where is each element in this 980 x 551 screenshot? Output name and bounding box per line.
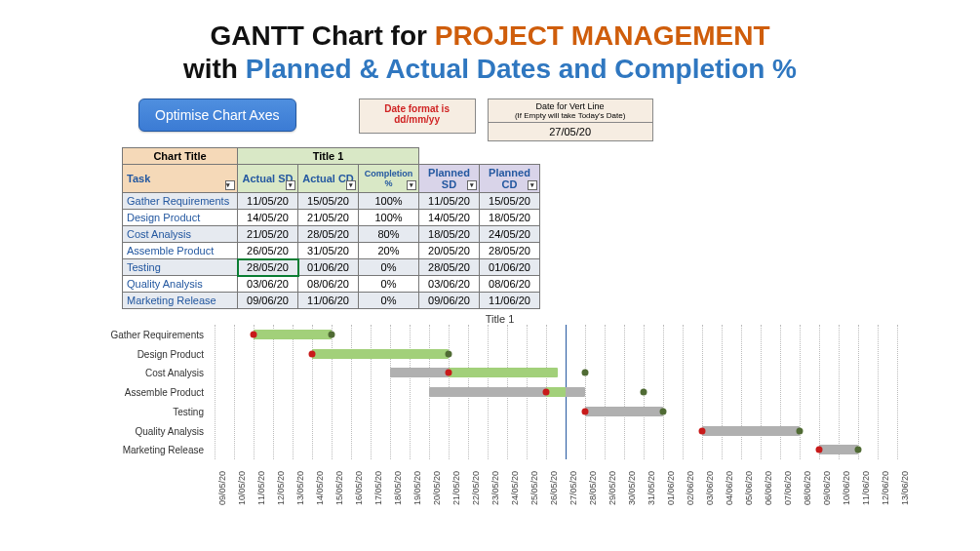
cell-acd[interactable]: 08/06/20 <box>298 276 359 293</box>
table-row[interactable]: Marketing Release09/06/2011/06/200%09/06… <box>123 293 540 309</box>
cell-asd[interactable]: 26/05/20 <box>238 243 298 259</box>
cell-psd[interactable]: 14/05/20 <box>419 210 480 226</box>
cell-asd[interactable]: 21/05/20 <box>238 226 298 243</box>
cell-pct[interactable]: 0% <box>359 293 419 309</box>
x-tick-label: 06/06/20 <box>764 471 773 505</box>
x-tick-label: 12/06/20 <box>881 471 890 505</box>
cell-asd[interactable]: 28/05/20 <box>238 259 298 276</box>
start-dot-icon <box>309 350 316 357</box>
col-planned-sd[interactable]: Planned SD▾ <box>419 165 480 193</box>
col-completion-[interactable]: Completion %▾ <box>359 165 419 193</box>
cell-task[interactable]: Gather Requirements <box>123 193 238 210</box>
chart-title: Title 1 <box>98 313 902 325</box>
x-tick-label: 13/05/20 <box>295 471 305 505</box>
col-planned-cd[interactable]: Planned CD▾ <box>480 165 540 193</box>
start-dot-icon <box>251 332 257 338</box>
gridline <box>371 325 372 459</box>
cell-pcd[interactable]: 28/05/20 <box>480 243 540 259</box>
cell-psd[interactable]: 03/06/20 <box>419 276 480 293</box>
cell-psd[interactable]: 20/05/20 <box>419 243 480 259</box>
cell-acd[interactable]: 15/05/20 <box>298 193 359 210</box>
task-label: Assemble Product <box>98 383 210 402</box>
vert-line-sub: (If Empty will take Today's Date) <box>492 111 648 120</box>
optimise-axes-button[interactable]: Optimise Chart Axes <box>138 98 296 132</box>
x-tick-label: 10/05/20 <box>237 471 247 505</box>
x-tick-label: 13/06/20 <box>900 471 910 505</box>
vert-line-value[interactable]: 27/05/20 <box>489 123 652 140</box>
cell-pct[interactable]: 100% <box>359 193 419 210</box>
x-tick-label: 30/05/20 <box>627 471 637 505</box>
filter-dropdown-icon[interactable]: ▾ <box>286 180 295 190</box>
planned-bar <box>585 407 663 416</box>
cell-pct[interactable]: 0% <box>359 259 419 276</box>
table-row[interactable]: Design Product14/05/2021/05/20100%14/05/… <box>123 210 540 226</box>
table-row[interactable]: Quality Analysis03/06/2008/06/200%03/06/… <box>123 276 540 293</box>
cell-psd[interactable]: 11/05/20 <box>419 193 480 210</box>
table-row[interactable]: Assemble Product26/05/2031/05/2020%20/05… <box>123 243 540 259</box>
gantt-chart: Title 1 Gather RequirementsDesign Produc… <box>98 313 931 498</box>
cell-psd[interactable]: 09/06/20 <box>419 293 480 309</box>
gridline <box>351 325 352 459</box>
x-tick-label: 09/06/20 <box>822 471 832 505</box>
cell-pcd[interactable]: 15/05/20 <box>480 193 540 210</box>
cell-asd[interactable]: 14/05/20 <box>238 210 298 226</box>
gridline <box>234 325 235 459</box>
cell-task[interactable]: Cost Analysis <box>123 226 238 243</box>
cell-task[interactable]: Testing <box>123 259 238 276</box>
end-dot-icon <box>582 370 589 376</box>
gridline <box>800 325 801 459</box>
col-task[interactable]: Task▾ <box>123 165 238 193</box>
gridline <box>273 325 274 459</box>
gridline <box>312 325 313 459</box>
cell-psd[interactable]: 28/05/20 <box>419 259 480 276</box>
cell-acd[interactable]: 01/06/20 <box>298 259 359 276</box>
cell-asd[interactable]: 11/05/20 <box>238 193 298 210</box>
filter-dropdown-icon[interactable]: ▾ <box>225 180 235 190</box>
x-tick-label: 04/06/20 <box>725 471 734 505</box>
cell-pct[interactable]: 100% <box>359 210 419 226</box>
page-title: GANTT Chart for PROJECT MANAGEMENT with … <box>0 0 980 85</box>
cell-asd[interactable]: 09/06/20 <box>238 293 298 309</box>
end-dot-icon <box>855 447 862 453</box>
filter-dropdown-icon[interactable]: ▾ <box>528 180 537 190</box>
table-row[interactable]: Gather Requirements11/05/2015/05/20100%1… <box>123 193 540 210</box>
table-row[interactable]: Testing28/05/2001/06/200%28/05/2001/06/2… <box>123 259 540 276</box>
cell-pct[interactable]: 0% <box>359 276 419 293</box>
start-dot-icon <box>699 427 706 434</box>
cell-task[interactable]: Marketing Release <box>123 293 238 309</box>
vert-line-date-box[interactable]: Date for Vert Line (If Empty will take T… <box>488 98 653 141</box>
x-tick-label: 11/06/20 <box>861 471 871 505</box>
x-tick-label: 21/05/20 <box>451 471 461 505</box>
cell-pcd[interactable]: 08/06/20 <box>480 276 540 293</box>
cell-acd[interactable]: 11/06/20 <box>298 293 359 309</box>
col-actual-sd[interactable]: Actual SD▾ <box>238 165 298 193</box>
col-actual-cd[interactable]: Actual CD▾ <box>298 165 359 193</box>
end-dot-icon <box>641 389 647 396</box>
cell-pcd[interactable]: 11/06/20 <box>480 293 540 309</box>
filter-dropdown-icon[interactable]: ▾ <box>407 180 416 190</box>
cell-task[interactable]: Quality Analysis <box>123 276 238 293</box>
gridline <box>215 325 216 459</box>
cell-task[interactable]: Design Product <box>123 210 238 226</box>
task-label: Design Product <box>98 345 210 364</box>
x-tick-label: 23/05/20 <box>490 471 500 505</box>
cell-task[interactable]: Assemble Product <box>123 243 238 259</box>
cell-asd[interactable]: 03/06/20 <box>238 276 298 293</box>
task-label: Marketing Release <box>98 441 210 459</box>
cell-pcd[interactable]: 18/05/20 <box>480 210 540 226</box>
chart-title-value[interactable]: Title 1 <box>238 148 419 165</box>
cell-pct[interactable]: 80% <box>359 226 419 243</box>
cell-psd[interactable]: 18/05/20 <box>419 226 480 243</box>
cell-pct[interactable]: 20% <box>359 243 419 259</box>
cell-acd[interactable]: 21/05/20 <box>298 210 359 226</box>
cell-acd[interactable]: 28/05/20 <box>298 226 359 243</box>
task-label: Gather Requirements <box>98 326 210 344</box>
filter-dropdown-icon[interactable]: ▾ <box>346 180 356 190</box>
table-row[interactable]: Cost Analysis21/05/2028/05/2080%18/05/20… <box>123 226 540 243</box>
cell-acd[interactable]: 31/05/20 <box>298 243 359 259</box>
cell-pcd[interactable]: 01/06/20 <box>480 259 540 276</box>
x-tick-label: 24/05/20 <box>510 471 520 505</box>
cell-pcd[interactable]: 24/05/20 <box>480 226 540 243</box>
task-table[interactable]: Chart Title Title 1 Task▾Actual SD▾Actua… <box>122 147 540 309</box>
filter-dropdown-icon[interactable]: ▾ <box>467 180 477 190</box>
